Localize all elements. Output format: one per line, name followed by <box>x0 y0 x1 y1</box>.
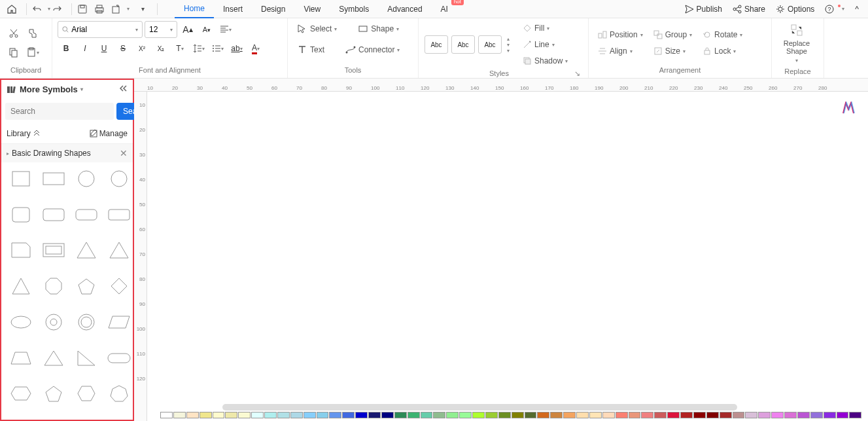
search-input[interactable] <box>5 103 114 120</box>
replace-shape-button[interactable]: Replace Shape▾ <box>777 21 816 66</box>
rotate-button[interactable]: Rotate▾ <box>699 27 746 42</box>
text-tool[interactable]: Text <box>293 42 328 58</box>
shape-hexagon[interactable] <box>73 384 99 403</box>
menu-home[interactable]: Home <box>175 0 214 18</box>
shadow-button[interactable]: Shadow▾ <box>519 54 572 68</box>
subscript-icon[interactable]: X₂ <box>152 40 169 57</box>
color-swatch[interactable] <box>485 412 498 418</box>
color-swatch[interactable] <box>849 412 861 418</box>
color-swatch[interactable] <box>641 412 653 418</box>
styles-up-icon[interactable]: ▴ <box>507 36 510 42</box>
color-swatch[interactable] <box>563 412 576 418</box>
shape-pentagon-2[interactable] <box>41 384 67 403</box>
help-button[interactable]: ? ▾ <box>821 2 848 16</box>
shape-rounded-rect-2[interactable] <box>73 205 99 225</box>
shape-rounded-square[interactable] <box>8 205 34 225</box>
shape-rectangle[interactable] <box>41 169 67 189</box>
bold-icon[interactable]: B <box>58 40 75 57</box>
color-swatch[interactable] <box>680 412 693 418</box>
shape-heptagon[interactable] <box>106 384 132 403</box>
color-swatch[interactable] <box>771 412 784 418</box>
more-icon[interactable]: ▾ <box>136 3 149 16</box>
align-dropdown-icon[interactable]: ▾ <box>217 21 234 38</box>
color-swatch[interactable] <box>277 412 290 418</box>
color-swatch[interactable] <box>342 412 355 418</box>
shape-rounded-rect[interactable] <box>41 205 67 225</box>
color-swatch[interactable] <box>394 412 407 418</box>
canvas[interactable] <box>147 92 868 421</box>
color-swatch[interactable] <box>186 412 199 418</box>
color-swatch[interactable] <box>824 412 836 418</box>
copy-icon[interactable] <box>5 44 22 61</box>
style-preset-2[interactable]: Abc <box>451 35 475 54</box>
font-family-select[interactable]: ▾ <box>58 21 143 38</box>
color-swatch[interactable] <box>784 412 797 418</box>
color-swatch[interactable] <box>304 412 316 418</box>
color-swatch[interactable] <box>472 412 485 418</box>
select-tool[interactable]: Select▾ <box>293 21 341 37</box>
bullets-icon[interactable]: ▾ <box>209 40 226 57</box>
color-swatch[interactable] <box>459 412 472 418</box>
shape-ellipse[interactable] <box>8 312 34 332</box>
line-spacing-icon[interactable]: ▾ <box>190 40 207 57</box>
color-swatch[interactable] <box>745 412 757 418</box>
color-swatch[interactable] <box>238 412 251 418</box>
color-swatch[interactable] <box>251 412 264 418</box>
position-button[interactable]: Position▾ <box>594 27 647 42</box>
color-swatch[interactable] <box>693 412 706 418</box>
undo-icon[interactable] <box>31 3 44 16</box>
highlight-icon[interactable]: ab▾ <box>228 40 245 57</box>
color-swatch[interactable] <box>355 412 368 418</box>
save-icon[interactable] <box>76 3 89 16</box>
cut-icon[interactable] <box>5 25 22 42</box>
shape-circle-2[interactable] <box>106 169 132 189</box>
color-swatch[interactable] <box>706 412 719 418</box>
color-swatch[interactable] <box>160 412 173 418</box>
shape-tool[interactable]: Shape▾ <box>354 21 403 37</box>
shape-triangle-3[interactable] <box>8 276 34 296</box>
library-collapse-icon[interactable] <box>33 129 40 138</box>
menu-advanced[interactable]: Advanced <box>378 1 431 18</box>
manage-link[interactable]: Manage <box>90 129 128 138</box>
shape-trapezoid[interactable] <box>8 348 34 368</box>
shape-triangle[interactable] <box>73 240 99 260</box>
styles-more-icon[interactable]: ▾ <box>507 48 510 54</box>
color-swatch[interactable] <box>173 412 186 418</box>
color-swatch[interactable] <box>290 412 303 418</box>
options-button[interactable]: Options <box>772 2 818 16</box>
color-swatch[interactable] <box>512 412 524 418</box>
expand-icon[interactable]: ^ <box>851 2 863 16</box>
collapse-panel-icon[interactable] <box>118 84 128 95</box>
home-icon[interactable] <box>5 3 18 16</box>
color-swatch[interactable] <box>525 412 537 418</box>
shape-parallelogram[interactable] <box>106 312 132 332</box>
menu-design[interactable]: Design <box>252 1 294 18</box>
color-swatch[interactable] <box>264 412 277 418</box>
shape-octagon[interactable] <box>41 276 67 296</box>
color-swatch[interactable] <box>408 412 420 418</box>
group-button[interactable]: Group▾ <box>650 27 696 42</box>
line-button[interactable]: Line▾ <box>519 37 572 52</box>
shape-circle[interactable] <box>73 169 99 189</box>
shape-right-triangle[interactable] <box>73 348 99 368</box>
text-case-icon[interactable]: T▾ <box>171 40 188 57</box>
increase-font-icon[interactable]: A▴ <box>179 21 196 38</box>
shape-snip-corner[interactable] <box>8 240 34 260</box>
shape-triangle-2[interactable] <box>106 240 132 260</box>
category-close-icon[interactable]: ✕ <box>120 148 128 158</box>
color-swatch[interactable] <box>720 412 732 418</box>
shape-pentagon[interactable] <box>73 276 99 296</box>
shape-donut[interactable] <box>41 312 67 332</box>
lock-button[interactable]: Lock▾ <box>699 44 746 58</box>
color-swatch[interactable] <box>616 412 628 418</box>
color-swatch[interactable] <box>537 412 549 418</box>
color-swatch[interactable] <box>329 412 341 418</box>
color-swatch[interactable] <box>576 412 589 418</box>
color-swatch[interactable] <box>200 412 212 418</box>
color-swatch[interactable] <box>498 412 511 418</box>
italic-icon[interactable]: I <box>77 40 94 57</box>
color-swatch[interactable] <box>368 412 381 418</box>
color-swatch[interactable] <box>446 412 459 418</box>
share-button[interactable]: Share <box>729 2 769 16</box>
color-swatch[interactable] <box>589 412 602 418</box>
